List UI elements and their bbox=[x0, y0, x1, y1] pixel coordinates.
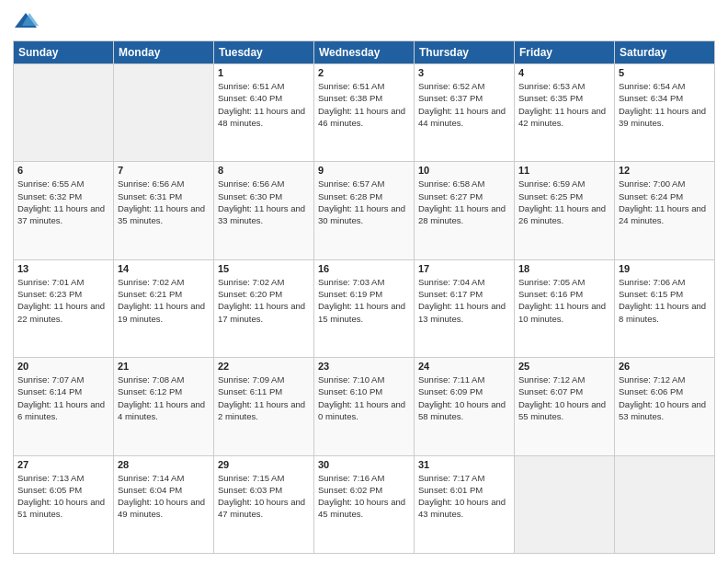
day-info: Sunrise: 6:51 AMSunset: 6:40 PMDaylight:… bbox=[218, 80, 310, 129]
day-number: 17 bbox=[418, 263, 510, 274]
day-info: Sunrise: 7:05 AMSunset: 6:16 PMDaylight:… bbox=[518, 276, 610, 325]
day-number: 3 bbox=[418, 67, 510, 78]
day-cell: 11Sunrise: 6:59 AMSunset: 6:25 PMDayligh… bbox=[515, 162, 615, 259]
day-info: Sunrise: 7:03 AMSunset: 6:19 PMDaylight:… bbox=[318, 276, 410, 325]
calendar-week-row: 13Sunrise: 7:01 AMSunset: 6:23 PMDayligh… bbox=[14, 259, 715, 357]
day-info: Sunrise: 7:16 AMSunset: 6:02 PMDaylight:… bbox=[318, 472, 410, 521]
calendar-week-row: 6Sunrise: 6:55 AMSunset: 6:32 PMDaylight… bbox=[14, 162, 715, 259]
day-cell: 16Sunrise: 7:03 AMSunset: 6:19 PMDayligh… bbox=[314, 259, 415, 357]
day-cell: 6Sunrise: 6:55 AMSunset: 6:32 PMDaylight… bbox=[14, 162, 114, 259]
day-number: 23 bbox=[318, 361, 410, 372]
day-number: 5 bbox=[619, 67, 711, 78]
day-cell: 9Sunrise: 6:57 AMSunset: 6:28 PMDaylight… bbox=[314, 162, 415, 259]
day-number: 2 bbox=[318, 67, 410, 78]
day-cell: 2Sunrise: 6:51 AMSunset: 6:38 PMDaylight… bbox=[314, 64, 415, 162]
day-number: 29 bbox=[218, 459, 310, 470]
day-cell: 20Sunrise: 7:07 AMSunset: 6:14 PMDayligh… bbox=[14, 358, 114, 455]
day-number: 25 bbox=[518, 361, 610, 372]
day-number: 18 bbox=[518, 263, 610, 274]
day-cell: 12Sunrise: 7:00 AMSunset: 6:24 PMDayligh… bbox=[615, 162, 715, 259]
day-number: 12 bbox=[619, 165, 711, 176]
day-info: Sunrise: 6:51 AMSunset: 6:38 PMDaylight:… bbox=[318, 80, 410, 129]
day-cell: 10Sunrise: 6:58 AMSunset: 6:27 PMDayligh… bbox=[415, 162, 515, 259]
day-cell: 13Sunrise: 7:01 AMSunset: 6:23 PMDayligh… bbox=[14, 259, 114, 357]
day-number: 16 bbox=[318, 263, 410, 274]
day-info: Sunrise: 7:15 AMSunset: 6:03 PMDaylight:… bbox=[218, 472, 310, 521]
day-cell: 14Sunrise: 7:02 AMSunset: 6:21 PMDayligh… bbox=[114, 259, 214, 357]
day-cell: 15Sunrise: 7:02 AMSunset: 6:20 PMDayligh… bbox=[214, 259, 314, 357]
calendar-week-row: 1Sunrise: 6:51 AMSunset: 6:40 PMDaylight… bbox=[14, 64, 715, 162]
day-cell: 23Sunrise: 7:10 AMSunset: 6:10 PMDayligh… bbox=[314, 358, 415, 455]
day-info: Sunrise: 7:09 AMSunset: 6:11 PMDaylight:… bbox=[218, 373, 310, 422]
day-info: Sunrise: 7:07 AMSunset: 6:14 PMDaylight:… bbox=[17, 373, 109, 422]
day-info: Sunrise: 6:55 AMSunset: 6:32 PMDaylight:… bbox=[17, 178, 109, 226]
day-info: Sunrise: 7:14 AMSunset: 6:04 PMDaylight:… bbox=[118, 472, 210, 521]
day-number: 24 bbox=[418, 361, 510, 372]
day-number: 19 bbox=[619, 263, 711, 274]
day-cell: 25Sunrise: 7:12 AMSunset: 6:07 PMDayligh… bbox=[515, 358, 615, 455]
day-number: 27 bbox=[17, 459, 109, 470]
day-cell: 7Sunrise: 6:56 AMSunset: 6:31 PMDaylight… bbox=[114, 162, 214, 259]
day-number: 14 bbox=[118, 263, 210, 274]
day-number: 15 bbox=[218, 263, 310, 274]
day-info: Sunrise: 7:06 AMSunset: 6:15 PMDaylight:… bbox=[619, 276, 711, 325]
day-cell: 31Sunrise: 7:17 AMSunset: 6:01 PMDayligh… bbox=[415, 455, 515, 553]
day-info: Sunrise: 7:13 AMSunset: 6:05 PMDaylight:… bbox=[17, 472, 109, 521]
empty-cell bbox=[615, 455, 715, 553]
calendar-week-row: 27Sunrise: 7:13 AMSunset: 6:05 PMDayligh… bbox=[14, 455, 715, 553]
day-number: 20 bbox=[17, 361, 109, 372]
col-header-tuesday: Tuesday bbox=[214, 41, 314, 64]
day-info: Sunrise: 6:58 AMSunset: 6:27 PMDaylight:… bbox=[418, 178, 510, 226]
day-info: Sunrise: 7:04 AMSunset: 6:17 PMDaylight:… bbox=[418, 276, 510, 325]
day-number: 9 bbox=[318, 165, 410, 176]
day-cell: 30Sunrise: 7:16 AMSunset: 6:02 PMDayligh… bbox=[314, 455, 415, 553]
day-info: Sunrise: 6:54 AMSunset: 6:34 PMDaylight:… bbox=[619, 80, 711, 129]
day-info: Sunrise: 7:08 AMSunset: 6:12 PMDaylight:… bbox=[118, 373, 210, 422]
day-info: Sunrise: 6:59 AMSunset: 6:25 PMDaylight:… bbox=[518, 178, 610, 226]
day-cell: 8Sunrise: 6:56 AMSunset: 6:30 PMDaylight… bbox=[214, 162, 314, 259]
day-cell: 28Sunrise: 7:14 AMSunset: 6:04 PMDayligh… bbox=[114, 455, 214, 553]
col-header-wednesday: Wednesday bbox=[314, 41, 415, 64]
day-cell: 24Sunrise: 7:11 AMSunset: 6:09 PMDayligh… bbox=[415, 358, 515, 455]
day-info: Sunrise: 7:12 AMSunset: 6:07 PMDaylight:… bbox=[518, 373, 610, 422]
day-cell: 4Sunrise: 6:53 AMSunset: 6:35 PMDaylight… bbox=[515, 64, 615, 162]
day-number: 1 bbox=[218, 67, 310, 78]
day-info: Sunrise: 7:02 AMSunset: 6:20 PMDaylight:… bbox=[218, 276, 310, 325]
day-cell: 26Sunrise: 7:12 AMSunset: 6:06 PMDayligh… bbox=[615, 358, 715, 455]
day-info: Sunrise: 7:12 AMSunset: 6:06 PMDaylight:… bbox=[619, 373, 711, 422]
calendar: SundayMondayTuesdayWednesdayThursdayFrid… bbox=[13, 40, 715, 554]
day-number: 10 bbox=[418, 165, 510, 176]
day-number: 31 bbox=[418, 459, 510, 470]
day-cell: 3Sunrise: 6:52 AMSunset: 6:37 PMDaylight… bbox=[415, 64, 515, 162]
day-cell: 19Sunrise: 7:06 AMSunset: 6:15 PMDayligh… bbox=[615, 259, 715, 357]
day-info: Sunrise: 6:56 AMSunset: 6:30 PMDaylight:… bbox=[218, 178, 310, 226]
day-info: Sunrise: 6:53 AMSunset: 6:35 PMDaylight:… bbox=[518, 80, 610, 129]
day-cell: 1Sunrise: 6:51 AMSunset: 6:40 PMDaylight… bbox=[214, 64, 314, 162]
col-header-sunday: Sunday bbox=[14, 41, 114, 64]
day-number: 7 bbox=[118, 165, 210, 176]
day-number: 28 bbox=[118, 459, 210, 470]
day-info: Sunrise: 7:11 AMSunset: 6:09 PMDaylight:… bbox=[418, 373, 510, 422]
day-cell: 27Sunrise: 7:13 AMSunset: 6:05 PMDayligh… bbox=[14, 455, 114, 553]
day-cell: 21Sunrise: 7:08 AMSunset: 6:12 PMDayligh… bbox=[114, 358, 214, 455]
col-header-friday: Friday bbox=[515, 41, 615, 64]
empty-cell bbox=[114, 64, 214, 162]
day-info: Sunrise: 7:02 AMSunset: 6:21 PMDaylight:… bbox=[118, 276, 210, 325]
empty-cell bbox=[14, 64, 114, 162]
day-number: 22 bbox=[218, 361, 310, 372]
day-info: Sunrise: 7:10 AMSunset: 6:10 PMDaylight:… bbox=[318, 373, 410, 422]
col-header-saturday: Saturday bbox=[615, 41, 715, 64]
day-cell: 17Sunrise: 7:04 AMSunset: 6:17 PMDayligh… bbox=[415, 259, 515, 357]
calendar-header-row: SundayMondayTuesdayWednesdayThursdayFrid… bbox=[14, 41, 715, 64]
day-number: 8 bbox=[218, 165, 310, 176]
day-cell: 18Sunrise: 7:05 AMSunset: 6:16 PMDayligh… bbox=[515, 259, 615, 357]
day-cell: 29Sunrise: 7:15 AMSunset: 6:03 PMDayligh… bbox=[214, 455, 314, 553]
calendar-week-row: 20Sunrise: 7:07 AMSunset: 6:14 PMDayligh… bbox=[14, 358, 715, 455]
empty-cell bbox=[515, 455, 615, 553]
header bbox=[13, 9, 715, 35]
day-number: 21 bbox=[118, 361, 210, 372]
day-cell: 22Sunrise: 7:09 AMSunset: 6:11 PMDayligh… bbox=[214, 358, 314, 455]
day-cell: 5Sunrise: 6:54 AMSunset: 6:34 PMDaylight… bbox=[615, 64, 715, 162]
col-header-thursday: Thursday bbox=[415, 41, 515, 64]
day-info: Sunrise: 7:17 AMSunset: 6:01 PMDaylight:… bbox=[418, 472, 510, 521]
